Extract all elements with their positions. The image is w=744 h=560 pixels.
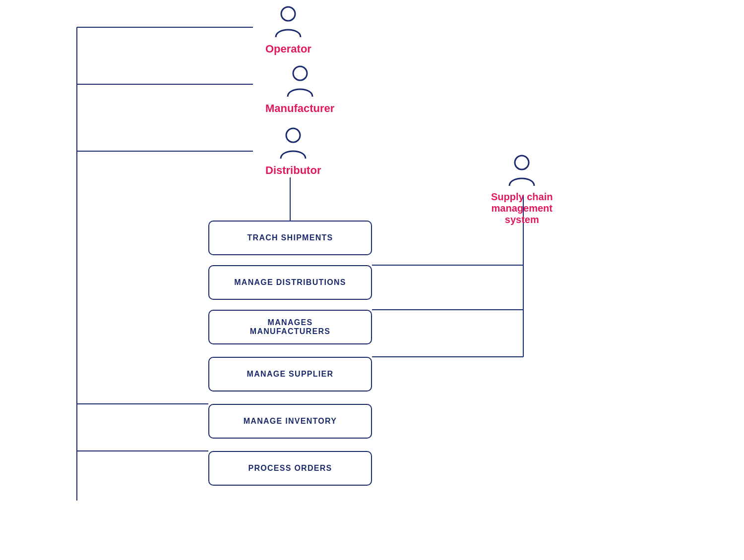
usecase-manage-supplier[interactable]: MANAGE SUPPLIER bbox=[208, 357, 372, 392]
svg-point-13 bbox=[293, 66, 307, 80]
operator-icon bbox=[273, 5, 303, 40]
svg-point-14 bbox=[286, 128, 300, 142]
diagram-container: Operator Manufacturer Distributor Supply… bbox=[0, 0, 744, 560]
svg-point-12 bbox=[281, 7, 295, 21]
lines-svg bbox=[0, 0, 744, 560]
actor-manufacturer: Manufacturer bbox=[265, 64, 334, 115]
operator-label: Operator bbox=[265, 43, 311, 56]
usecase-manage-inventory[interactable]: MANAGE INVENTORY bbox=[208, 404, 372, 439]
actor-operator: Operator bbox=[265, 5, 311, 56]
distributor-label: Distributor bbox=[265, 164, 321, 177]
supply-chain-icon bbox=[507, 154, 537, 188]
usecase-manage-distributions[interactable]: MANAGE DISTRIBUTIONS bbox=[208, 265, 372, 300]
supply-chain-label: Supply chainmanagementsystem bbox=[491, 191, 553, 225]
manufacturer-icon bbox=[285, 64, 315, 99]
actor-distributor: Distributor bbox=[265, 126, 321, 177]
svg-point-15 bbox=[515, 156, 529, 169]
distributor-icon bbox=[278, 126, 308, 161]
usecase-track-shipments[interactable]: TRACH SHIPMENTS bbox=[208, 221, 372, 255]
manufacturer-label: Manufacturer bbox=[265, 102, 334, 115]
usecase-manages-manufacturers[interactable]: MANAGES MANUFACTURERS bbox=[208, 310, 372, 344]
actor-supply-chain: Supply chainmanagementsystem bbox=[491, 154, 553, 225]
usecase-process-orders[interactable]: PROCESS ORDERS bbox=[208, 451, 372, 486]
